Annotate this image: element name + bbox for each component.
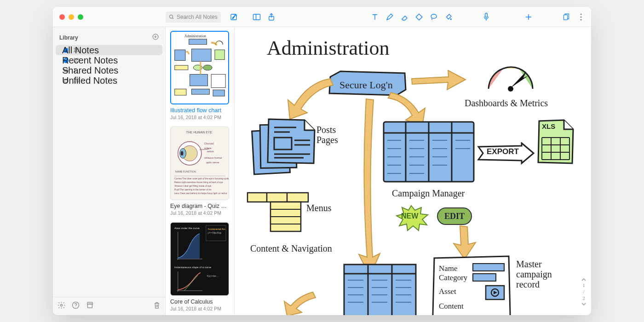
page-sep: / — [583, 289, 585, 294]
lasso-tool-button[interactable] — [427, 11, 440, 23]
copy-icon — [563, 13, 570, 21]
sidebar-footer — [53, 297, 165, 315]
note-date: Jul 16, 2018 at 4:02 PM — [170, 115, 230, 120]
store-button[interactable] — [86, 301, 94, 311]
svg-text:∫ f = F(b)-F(a): ∫ f = F(b)-F(a) — [207, 232, 222, 234]
note-title: Illustrated flow chart — [170, 107, 230, 114]
svg-rect-23 — [189, 39, 207, 45]
note-card[interactable]: Administration — [170, 31, 230, 120]
zoom-window-button[interactable] — [78, 14, 83, 20]
share-button[interactable] — [265, 11, 278, 23]
svg-point-20 — [60, 304, 62, 306]
search-placeholder: Search All Notes — [177, 14, 218, 20]
note-card[interactable]: THE HUMAN EYE Choroid sclera retina vitr… — [170, 126, 230, 216]
plus-icon — [524, 13, 533, 21]
settings-button[interactable] — [58, 301, 65, 311]
arrow-long-down-icon — [353, 96, 385, 280]
sidebar-item-recent-notes[interactable]: Recent Notes 10 — [56, 55, 162, 65]
edit-pill: EDIT — [437, 207, 472, 225]
microphone-icon — [483, 12, 490, 22]
svg-point-6 — [431, 14, 437, 18]
svg-text:retina: retina — [207, 150, 214, 153]
search-icon — [169, 14, 174, 20]
svg-text:Pupil  The opening in the cent: Pupil The opening in the center of iris — [174, 189, 212, 191]
more-vertical-icon — [580, 13, 582, 21]
page-navigator[interactable]: 1 / 2 — [580, 278, 587, 306]
tag-icon — [415, 13, 423, 21]
sidebar-item-label: Recent Notes — [62, 55, 118, 65]
svg-rect-33 — [192, 89, 210, 95]
fill-tool-button[interactable] — [442, 11, 455, 23]
tag-tool-button[interactable] — [413, 11, 426, 23]
note-title: Core of Calculus — [170, 299, 230, 305]
svg-point-63 — [508, 86, 513, 92]
svg-rect-125 — [473, 264, 504, 271]
note-thumbnail: Administration — [170, 31, 229, 104]
eraser-tool-button[interactable] — [398, 11, 411, 23]
trash-button[interactable] — [153, 301, 161, 311]
svg-point-13 — [580, 19, 581, 20]
svg-text:f'(x) = lim ...: f'(x) = lim ... — [207, 275, 218, 277]
pages-label: Pages — [316, 135, 338, 145]
note-card[interactable]: Area under the curve Fundamental thm ∫ f… — [170, 222, 230, 311]
svg-rect-109 — [344, 264, 416, 315]
plus-circle-icon — [152, 34, 159, 40]
text-tool-button[interactable] — [368, 11, 381, 23]
store-icon — [86, 301, 94, 309]
secure-login-label: Secure Log'n — [339, 80, 393, 91]
sidebar-item-unfiled-notes[interactable]: Unfiled Notes 10 — [56, 75, 162, 86]
svg-rect-31 — [211, 75, 225, 88]
search-input[interactable]: Search All Notes — [166, 12, 221, 23]
note-thumbnail: THE HUMAN EYE Choroid sclera retina vitr… — [170, 126, 229, 200]
form-asset-label: Asset — [439, 288, 456, 296]
svg-rect-30 — [190, 75, 208, 86]
library-header: Library — [59, 34, 78, 41]
sidebar-item-label: Shared Notes — [62, 65, 118, 75]
microphone-button[interactable] — [480, 11, 493, 23]
campaign-grid-icon — [381, 119, 477, 188]
copy-button[interactable] — [560, 11, 573, 23]
xls-label: XLS — [542, 123, 555, 131]
svg-text:Lens  Clear part behind iris h: Lens Clear part behind iris helps focus … — [174, 192, 227, 195]
sidebar-toggle-button[interactable] — [250, 11, 263, 23]
chevron-up-icon[interactable] — [581, 278, 586, 282]
text-icon — [371, 13, 379, 21]
content-nav-label: Content & Navigation — [250, 243, 332, 253]
dashboards-label: Dashboards & Metrics — [465, 98, 548, 108]
posts-label: Posts — [316, 125, 336, 135]
posts-pages-icon — [248, 115, 317, 184]
compose-button[interactable] — [227, 11, 240, 23]
help-button[interactable] — [72, 301, 80, 311]
minimize-window-button[interactable] — [69, 14, 74, 20]
note-date: Jul 16, 2018 at 4:02 PM — [170, 306, 230, 311]
svg-text:Area under the curve: Area under the curve — [174, 227, 200, 230]
bucket-icon — [444, 13, 453, 21]
sidebar-icon — [253, 13, 261, 21]
master-label-2: campaign — [516, 269, 552, 279]
sidebar-item-shared-notes[interactable]: Shared Notes 1 — [56, 65, 162, 75]
more-button[interactable] — [575, 11, 587, 23]
add-button[interactable] — [522, 11, 535, 23]
eraser-icon — [400, 13, 408, 21]
svg-rect-32 — [175, 89, 186, 96]
note-list[interactable]: Administration — [166, 27, 235, 315]
compose-icon — [230, 13, 238, 21]
svg-point-11 — [580, 13, 581, 15]
note-canvas[interactable]: Administration Secure Log'n Dashboards &… — [235, 27, 591, 315]
pen-icon — [385, 13, 394, 21]
svg-rect-25 — [192, 49, 212, 61]
new-label: NEW — [401, 212, 418, 220]
add-library-button[interactable] — [152, 34, 159, 41]
menus-label: Menus — [306, 203, 331, 213]
sidebar-item-all-notes[interactable]: All Notes 10 — [56, 45, 162, 55]
note-title: Eye diagram - Quiz on M... — [170, 203, 230, 209]
svg-rect-27 — [175, 65, 188, 70]
form-category-label: Category — [439, 274, 467, 282]
chevron-down-icon[interactable] — [581, 302, 586, 306]
titlebar: Search All Notes — [53, 7, 591, 27]
pen-tool-button[interactable] — [383, 11, 396, 23]
drawing-tools — [368, 11, 456, 23]
svg-text:THE HUMAN EYE: THE HUMAN EYE — [186, 131, 212, 134]
svg-point-39 — [181, 151, 184, 155]
close-window-button[interactable] — [59, 14, 65, 20]
